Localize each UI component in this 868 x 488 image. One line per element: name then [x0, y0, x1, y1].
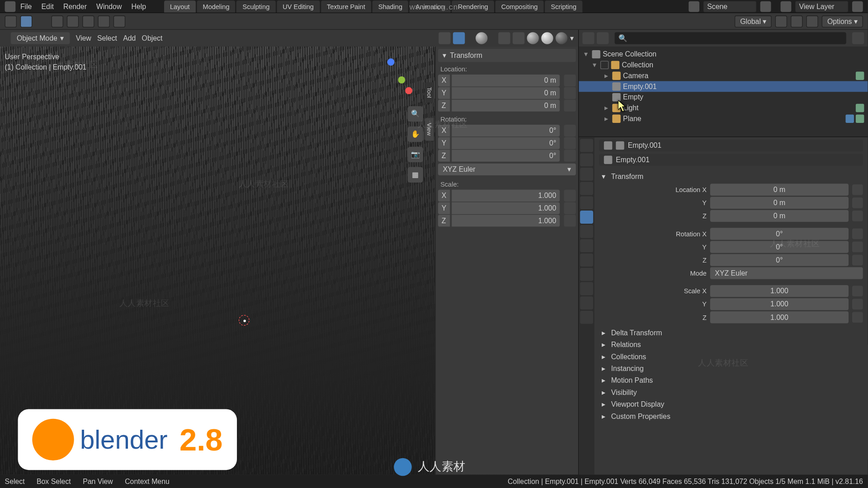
tab-viewlayer-icon[interactable] [580, 168, 593, 181]
tree-item-camera[interactable]: ▸Camera [579, 70, 868, 81]
lock-icon[interactable] [852, 211, 863, 221]
section-visibility[interactable]: ▸Visibility [599, 386, 863, 398]
tab-output-icon[interactable] [580, 153, 593, 166]
tab-layout[interactable]: Layout [164, 0, 196, 12]
lock-icon[interactable] [852, 184, 863, 195]
npanel-tab-view[interactable]: View [425, 118, 434, 141]
prop-scl-x[interactable]: 1.000 [710, 285, 849, 297]
tab-constraint-icon[interactable] [580, 268, 593, 281]
snap-toggle-icon[interactable] [791, 15, 802, 27]
lock-icon[interactable] [852, 229, 863, 239]
options-dropdown[interactable]: Options ▾ [822, 15, 863, 27]
vp-menu-add[interactable]: Add [123, 34, 136, 42]
axis-x-icon[interactable] [405, 87, 412, 94]
lock-icon[interactable] [564, 190, 576, 202]
menu-render[interactable]: Render [63, 2, 87, 10]
tab-object-icon[interactable] [580, 211, 593, 224]
snap-mode3-icon[interactable] [82, 15, 94, 27]
lock-icon[interactable] [852, 255, 863, 266]
tree-item-empty001[interactable]: Empty.001 [579, 81, 868, 92]
vp-menu-select[interactable]: Select [97, 34, 117, 42]
tab-sculpting[interactable]: Sculpting [236, 0, 275, 12]
tab-texture-icon[interactable] [580, 311, 593, 324]
snap-mode4-icon[interactable] [98, 15, 109, 27]
rot-x-input[interactable]: 0° [452, 125, 560, 136]
tree-collection[interactable]: ▾Collection [579, 60, 868, 70]
lock-icon[interactable] [564, 202, 576, 214]
scene-icon[interactable] [689, 1, 699, 12]
menu-edit[interactable]: Edit [42, 2, 54, 10]
vp-menu-object[interactable]: Object [142, 34, 163, 42]
lock-icon[interactable] [852, 312, 863, 323]
axis-y-icon[interactable] [398, 76, 405, 84]
pivot-icon[interactable] [775, 15, 787, 27]
outliner-search-input[interactable]: 🔍 [615, 32, 846, 44]
rot-z-input[interactable]: 0° [452, 150, 560, 161]
cursor-tool-icon[interactable] [5, 15, 17, 27]
scene-name-input[interactable] [703, 0, 757, 12]
scl-x-input[interactable]: 1.000 [452, 190, 560, 202]
gizmo-toggle-icon[interactable] [453, 32, 465, 44]
rotation-mode-dropdown[interactable]: XYZ Euler▾ [438, 164, 576, 175]
tab-compositing[interactable]: Compositing [495, 0, 544, 12]
section-instancing[interactable]: ▸Instancing [599, 363, 863, 375]
tree-scene-collection[interactable]: ▾Scene Collection [579, 49, 868, 60]
nav-gizmo[interactable] [369, 58, 411, 100]
scene-new-icon[interactable] [760, 1, 771, 12]
checkbox-icon[interactable] [600, 61, 609, 69]
prop-scl-z[interactable]: 1.000 [710, 311, 849, 323]
xray-icon[interactable] [498, 32, 510, 44]
axis-z-icon[interactable] [387, 58, 395, 66]
shading-solid-icon[interactable] [527, 32, 539, 44]
lock-icon[interactable] [852, 286, 863, 296]
lock-icon[interactable] [564, 99, 576, 111]
modifier-icon[interactable] [845, 114, 854, 122]
viewlayer-icon[interactable] [781, 1, 792, 12]
section-motion-paths[interactable]: ▸Motion Paths [599, 375, 863, 386]
tab-shading[interactable]: Shading [373, 0, 409, 12]
tab-material-icon[interactable] [580, 296, 593, 310]
blender-logo-icon[interactable] [5, 1, 16, 12]
viewlayer-new-icon[interactable] [852, 1, 863, 12]
lock-icon[interactable] [852, 242, 863, 253]
tab-scripting[interactable]: Scripting [545, 0, 582, 12]
lock-icon[interactable] [852, 197, 863, 208]
property-breadcrumb[interactable]: Empty.001 [599, 140, 863, 151]
shading-dropdown-caret[interactable]: ▾ [570, 34, 574, 42]
tab-physics-icon[interactable] [580, 253, 593, 267]
prop-loc-z[interactable]: 0 m [710, 210, 849, 222]
lock-icon[interactable] [564, 137, 576, 149]
section-relations[interactable]: ▸Relations [599, 339, 863, 351]
tab-render-icon[interactable] [580, 139, 593, 152]
lock-icon[interactable] [564, 150, 576, 161]
snap-mode-icon[interactable] [52, 15, 63, 27]
section-viewport-display[interactable]: ▸Viewport Display [599, 399, 863, 410]
perspective-icon[interactable]: ▦ [408, 167, 423, 183]
section-transform[interactable]: ▾Transform [599, 171, 863, 183]
tab-uv-editing[interactable]: UV Editing [277, 0, 320, 12]
tab-data-icon[interactable] [580, 282, 593, 295]
prop-scl-y[interactable]: 1.000 [710, 298, 849, 310]
snap-mode5-icon[interactable] [113, 15, 125, 27]
overlay-toggle-icon[interactable] [439, 32, 450, 44]
prop-loc-y[interactable]: 0 m [710, 197, 849, 209]
lock-icon[interactable] [564, 75, 576, 86]
lock-icon[interactable] [564, 215, 576, 226]
prop-rot-z[interactable]: 0° [710, 254, 849, 266]
lock-icon[interactable] [564, 125, 576, 136]
loc-z-input[interactable]: 0 m [452, 99, 560, 111]
mesh-data-icon[interactable] [856, 114, 864, 122]
menu-help[interactable]: Help [132, 2, 146, 10]
light-data-icon[interactable] [856, 104, 864, 112]
select-tool-icon[interactable] [20, 15, 32, 27]
tab-world-icon[interactable] [580, 196, 593, 209]
pan-icon[interactable]: ✋ [408, 127, 423, 142]
outliner-editor-icon[interactable] [582, 32, 594, 44]
npanel-transform-header[interactable]: ▾ Transform [438, 49, 576, 62]
tab-modeling[interactable]: Modeling [197, 0, 235, 12]
pin-icon[interactable] [604, 141, 612, 150]
rot-y-input[interactable]: 0° [452, 137, 560, 149]
menu-file[interactable]: File [20, 2, 32, 10]
proportional-icon[interactable] [807, 15, 818, 27]
section-delta-transform[interactable]: ▸Delta Transform [599, 327, 863, 338]
